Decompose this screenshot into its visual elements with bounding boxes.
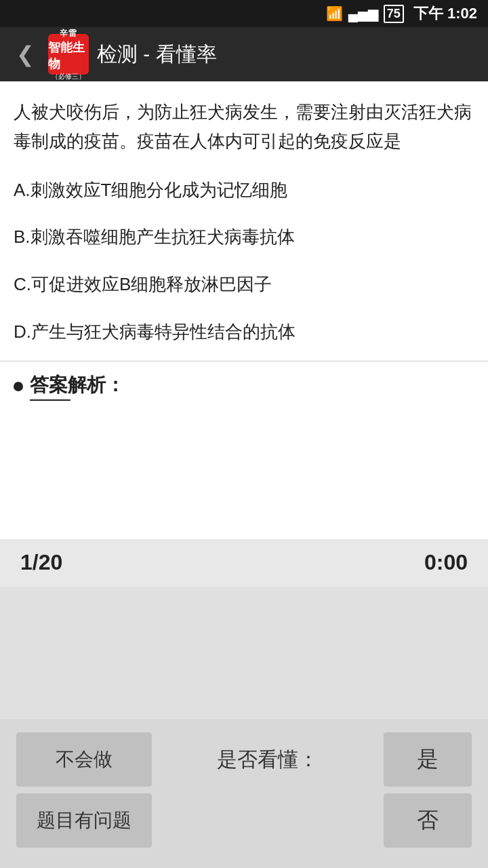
cannot-do-button[interactable]: 不会做: [16, 732, 152, 787]
yes-button[interactable]: 是: [384, 732, 472, 787]
back-button[interactable]: ❮: [11, 36, 40, 73]
option-c[interactable]: C.可促进效应B细胞释放淋巴因子: [14, 261, 474, 309]
status-time: 下午 1:02: [413, 3, 477, 24]
logo-sub-text: （必修三）: [52, 72, 85, 81]
answer-underline: [30, 399, 70, 401]
battery-icon: 75: [384, 5, 404, 23]
status-icons: 📶 ▄▅▆ 75: [326, 5, 404, 23]
progress-text: 1/20: [20, 550, 424, 575]
logo-top-text: 辛雷: [60, 28, 77, 39]
toolbar: ❮ 辛雷 智能生物 （必修三） 检测 - 看懂率: [0, 27, 488, 81]
question-text: 人被犬咬伤后，为防止狂犬病发生，需要注射由灭活狂犬病毒制成的疫苗。疫苗在人体内可…: [14, 98, 474, 156]
understand-label: 是否看懂：: [152, 746, 384, 774]
main-content: 人被犬咬伤后，为防止狂犬病发生，需要注射由灭活狂犬病毒制成的疫苗。疫苗在人体内可…: [0, 81, 488, 539]
options-area: A.刺激效应T细胞分化成为记忆细胞 B.刺激吞噬细胞产生抗狂犬病毒抗体 C.可促…: [0, 167, 488, 355]
toolbar-title: 检测 - 看懂率: [97, 41, 217, 68]
timer-text: 0:00: [424, 550, 468, 575]
buttons-row-2: 题目有问题 否: [16, 793, 472, 848]
buttons-row-1: 不会做 是否看懂： 是: [16, 732, 472, 787]
question-area: 人被犬咬伤后，为防止狂犬病发生，需要注射由灭活狂犬病毒制成的疫苗。疫苗在人体内可…: [0, 81, 488, 167]
bottom-area: 不会做 是否看懂： 是 题目有问题 否: [0, 719, 488, 868]
wifi-icon: 📶: [326, 5, 343, 22]
no-button[interactable]: 否: [384, 793, 472, 848]
answer-section: 答案解析：: [0, 361, 488, 406]
status-bar: 📶 ▄▅▆ 75 下午 1:02: [0, 0, 488, 27]
app-logo: 辛雷 智能生物 （必修三）: [48, 34, 89, 75]
answer-label: 答案解析：: [30, 374, 125, 395]
logo-main-text: 智能生物: [48, 39, 89, 72]
answer-bullet: [14, 382, 23, 391]
option-d[interactable]: D.产生与狂犬病毒特异性结合的抗体: [14, 309, 474, 356]
problem-button[interactable]: 题目有问题: [16, 793, 152, 848]
option-a[interactable]: A.刺激效应T细胞分化成为记忆细胞: [14, 167, 474, 214]
progress-timer-bar: 1/20 0:00: [0, 539, 488, 587]
signal-icon: ▄▅▆: [348, 5, 378, 22]
spacer-area: [0, 587, 488, 719]
option-b[interactable]: B.刺激吞噬细胞产生抗狂犬病毒抗体: [14, 214, 474, 261]
